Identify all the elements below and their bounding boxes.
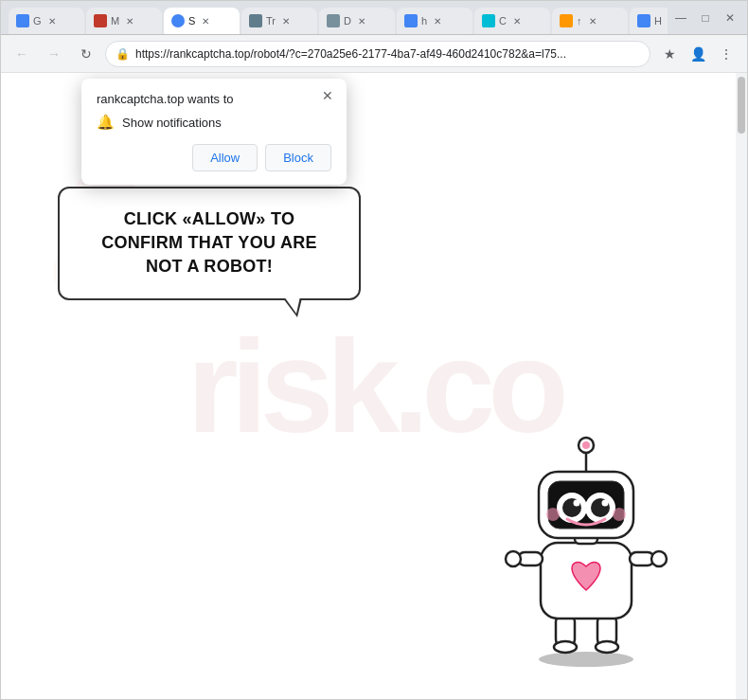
tab-title: Tr xyxy=(266,15,276,27)
browser-window: G ✕ M ✕ S ✕ Tr ✕ xyxy=(0,0,748,700)
tab-close[interactable]: ✕ xyxy=(123,14,136,27)
url-input[interactable] xyxy=(135,47,640,61)
bubble-text: CLICK «ALLOW» TO CONFIRM THAT YOU ARE NO… xyxy=(101,209,317,276)
svg-point-6 xyxy=(596,641,618,653)
tab-9[interactable]: H ✕ xyxy=(630,8,668,34)
profile-icon[interactable]: 👤 xyxy=(685,41,711,67)
tab-close[interactable]: ✕ xyxy=(279,14,293,27)
robot-svg xyxy=(482,405,690,671)
speech-bubble: CLICK «ALLOW» TO CONFIRM THAT YOU ARE NO… xyxy=(58,187,361,300)
toolbar: ← → ↻ 🔒 ★ 👤 ⋮ xyxy=(1,35,747,73)
tab-1[interactable]: G ✕ xyxy=(9,8,84,34)
refresh-button[interactable]: ↻ xyxy=(73,41,99,67)
back-button[interactable]: ← xyxy=(9,41,35,67)
tab-title: H xyxy=(654,15,662,27)
tab-favicon xyxy=(16,14,29,27)
address-bar[interactable]: 🔒 xyxy=(105,41,650,67)
tab-favicon xyxy=(560,14,573,27)
svg-point-21 xyxy=(546,508,560,521)
tab-favicon xyxy=(249,14,262,27)
webpage: risk.co ✕ rankcaptcha.top wants to 🔔 Sho… xyxy=(1,73,747,699)
tab-close[interactable]: ✕ xyxy=(355,14,368,27)
tab-close[interactable]: ✕ xyxy=(510,14,524,27)
lock-icon: 🔒 xyxy=(116,47,130,61)
tab-title: C xyxy=(499,15,507,27)
tab-title: D xyxy=(344,15,351,27)
svg-point-25 xyxy=(582,441,590,449)
close-button[interactable]: ✕ xyxy=(721,9,739,27)
tab-7[interactable]: C ✕ xyxy=(474,8,550,34)
tab-close[interactable]: ✕ xyxy=(586,14,599,27)
tab-bar: G ✕ M ✕ S ✕ Tr ✕ xyxy=(9,1,668,34)
tab-title: ↑ xyxy=(577,15,582,27)
menu-icon[interactable]: ⋮ xyxy=(713,41,739,67)
tab-2[interactable]: M ✕ xyxy=(86,8,162,34)
tab-title: S xyxy=(188,15,195,27)
tab-favicon xyxy=(327,14,340,27)
svg-point-20 xyxy=(602,500,609,507)
minimize-button[interactable]: — xyxy=(671,9,690,27)
svg-point-2 xyxy=(539,652,633,667)
tab-title: h xyxy=(421,15,427,27)
tab-5[interactable]: D ✕ xyxy=(319,8,395,34)
svg-point-19 xyxy=(574,500,580,507)
allow-button[interactable]: Allow xyxy=(192,144,258,171)
tab-close[interactable]: ✕ xyxy=(45,14,59,27)
bookmark-star-icon[interactable]: ★ xyxy=(656,41,683,67)
tab-4[interactable]: Tr ✕ xyxy=(241,8,317,34)
svg-point-11 xyxy=(651,551,667,566)
popup-close-button[interactable]: ✕ xyxy=(318,86,337,105)
scrollbar[interactable] xyxy=(736,73,747,699)
maximize-button[interactable]: □ xyxy=(696,9,715,27)
tab-close[interactable]: ✕ xyxy=(431,14,444,27)
svg-point-22 xyxy=(613,508,626,521)
tab-6[interactable]: h ✕ xyxy=(397,8,472,34)
tab-close[interactable]: ✕ xyxy=(666,14,668,27)
popup-buttons: Allow Block xyxy=(97,144,331,171)
notification-popup: ✕ rankcaptcha.top wants to 🔔 Show notifi… xyxy=(81,79,347,185)
notification-row: 🔔 Show notifications xyxy=(97,114,331,131)
toolbar-icons: ★ 👤 ⋮ xyxy=(656,41,739,67)
svg-point-9 xyxy=(506,551,521,566)
scrollbar-thumb[interactable] xyxy=(738,77,745,134)
popup-title: rankcaptcha.top wants to xyxy=(97,92,331,106)
tab-favicon xyxy=(94,14,107,27)
tab-title: M xyxy=(111,15,119,27)
window-controls: — □ ✕ xyxy=(671,9,739,27)
title-bar: G ✕ M ✕ S ✕ Tr ✕ xyxy=(1,1,747,35)
tab-close[interactable]: ✕ xyxy=(199,14,212,27)
tab-title: G xyxy=(33,15,42,27)
block-button[interactable]: Block xyxy=(265,144,331,171)
bell-icon: 🔔 xyxy=(97,114,115,131)
robot-character xyxy=(482,405,690,671)
tab-favicon xyxy=(171,14,185,27)
svg-point-5 xyxy=(554,641,577,653)
notification-text: Show notifications xyxy=(122,116,222,130)
tab-favicon xyxy=(404,14,418,27)
tab-3[interactable]: S ✕ xyxy=(164,8,240,34)
tab-favicon xyxy=(482,14,495,27)
tab-favicon xyxy=(637,14,650,27)
tab-8[interactable]: ↑ ✕ xyxy=(552,8,628,34)
forward-button[interactable]: → xyxy=(41,41,67,67)
